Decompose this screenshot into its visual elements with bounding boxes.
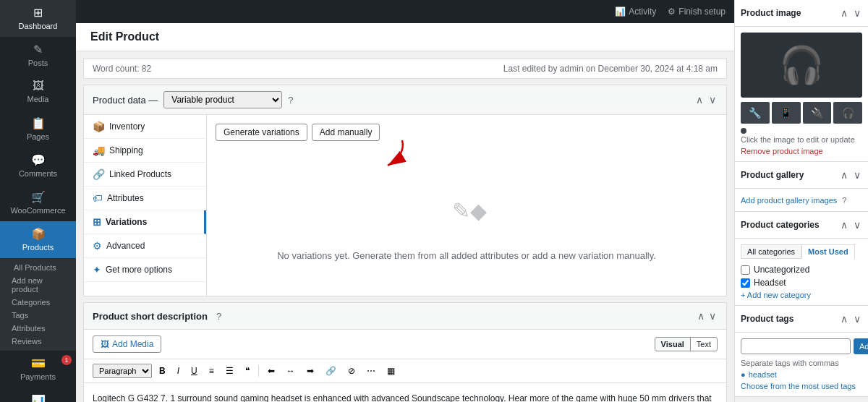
sidebar-item-all-products[interactable]: All Products <box>6 261 70 274</box>
align-center-button[interactable]: ↔ <box>282 364 299 378</box>
sidebar-item-analytics[interactable]: 📊 Analytics <box>0 388 76 403</box>
add-new-category-link[interactable]: + Add new category <box>741 291 862 299</box>
tag-label: headset <box>749 370 777 379</box>
visual-tab-button[interactable]: Visual <box>655 337 691 351</box>
thumb-1[interactable]: 🔧 <box>741 102 770 124</box>
add-media-button[interactable]: 🖼 Add Media <box>93 335 161 353</box>
tab-linked-products[interactable]: 🔗 Linked Products <box>84 163 206 187</box>
sidebar-item-pages[interactable]: 📋 Pages <box>0 111 76 147</box>
tags-add-button[interactable]: Add <box>854 338 868 354</box>
sidebar-item-products[interactable]: 📦 Products <box>0 221 76 258</box>
sidebar-item-comments[interactable]: 💬 Comments <box>0 147 76 184</box>
tab-inventory[interactable]: 📦 Inventory <box>84 115 206 139</box>
products-icon: 📦 <box>31 227 46 241</box>
shipping-icon: 🚚 <box>93 145 105 156</box>
remove-product-image-link[interactable]: Remove product image <box>741 147 862 155</box>
sidebar-item-tags[interactable]: Tags <box>6 309 70 322</box>
product-categories-collapse: ∧ ∨ <box>839 218 862 232</box>
editor-content[interactable]: Logitech G G432 7. 1 surround sound gami… <box>84 383 726 402</box>
category-uncategorized-checkbox[interactable] <box>741 265 750 275</box>
product-categories-collapse-down[interactable]: ∨ <box>852 218 862 232</box>
product-image-collapse-down[interactable]: ∨ <box>852 6 862 20</box>
product-data-label: Product data — <box>93 95 158 106</box>
tag-headset: ● headset <box>741 370 862 379</box>
unlink-button[interactable]: ⊘ <box>344 364 359 378</box>
product-main-image[interactable]: 🎧 <box>741 33 862 98</box>
thumb-2[interactable]: 📱 <box>772 102 801 124</box>
text-tab-button[interactable]: Text <box>690 337 718 351</box>
add-gallery-images-link[interactable]: Add product gallery images <box>741 196 839 205</box>
sidebar-item-media[interactable]: 🖼 Media <box>0 74 76 110</box>
thumb-3[interactable]: 🔌 <box>803 102 832 124</box>
product-gallery-collapse-down[interactable]: ∨ <box>852 168 862 182</box>
generate-variations-button[interactable]: Generate variations <box>216 124 307 141</box>
tab-get-more[interactable]: ✦ Get more options <box>84 258 206 282</box>
product-gallery-content: Add product gallery images ? <box>735 189 868 211</box>
color-dot-row <box>741 128 862 134</box>
sidebar-item-label: Media <box>27 95 49 104</box>
short-desc-collapse-up[interactable]: ∧ <box>696 309 706 323</box>
product-gallery-collapse-up[interactable]: ∧ <box>839 168 849 182</box>
gallery-help-icon: ? <box>842 196 846 205</box>
product-gallery-collapse: ∧ ∨ <box>839 168 862 182</box>
finish-setup-button[interactable]: ⚙ Finish setup <box>668 7 726 17</box>
no-variations-container: ✎◆ No variations yet. Generate them from… <box>277 193 656 261</box>
bold-button[interactable]: B <box>155 364 170 378</box>
collapse-down-button[interactable]: ∨ <box>707 93 718 107</box>
payments-badge: 1 <box>61 355 72 365</box>
sidebar-item-payments[interactable]: 💳 Payments 1 <box>0 351 76 388</box>
no-variations-icon: ✎◆ <box>277 193 656 236</box>
no-variations-text: No variations yet. Generate them from al… <box>277 250 656 261</box>
product-type-select[interactable]: Variable productSimple productGrouped pr… <box>163 91 282 108</box>
category-headset-checkbox[interactable] <box>741 278 750 288</box>
short-desc-collapse-controls: ∧ ∨ <box>696 309 718 323</box>
most-used-tab[interactable]: Most Used <box>801 244 855 259</box>
comments-icon: 💬 <box>31 153 46 167</box>
all-categories-tab[interactable]: All categories <box>741 244 801 259</box>
tab-advanced[interactable]: ⚙ Advanced <box>84 234 206 258</box>
underline-button[interactable]: U <box>187 364 202 378</box>
sidebar-item-woocommerce[interactable]: 🛒 WooCommerce <box>0 184 76 221</box>
tab-inventory-label: Inventory <box>109 121 145 132</box>
tag-bullet-icon: ● <box>741 370 746 379</box>
collapse-up-button[interactable]: ∧ <box>694 93 705 107</box>
product-image-collapse-up[interactable]: ∧ <box>839 6 849 20</box>
linked-products-icon: 🔗 <box>93 168 105 180</box>
sidebar-item-dashboard[interactable]: ⊞ Dashboard <box>0 0 76 37</box>
inventory-icon: 📦 <box>93 121 105 132</box>
tab-variations[interactable]: ⊞ Variations <box>84 210 206 234</box>
activity-label: Activity <box>629 7 656 17</box>
woocommerce-icon: 🛒 <box>31 190 46 204</box>
ordered-list-button[interactable]: ≡ <box>205 364 218 378</box>
tab-shipping[interactable]: 🚚 Shipping <box>84 139 206 163</box>
more-button[interactable]: ⋯ <box>362 364 380 378</box>
align-left-button[interactable]: ⬅ <box>263 364 279 378</box>
tab-attributes[interactable]: 🏷 Attributes <box>84 187 206 210</box>
product-tags-collapse-up[interactable]: ∧ <box>839 312 849 326</box>
product-categories-collapse-up[interactable]: ∧ <box>839 218 849 232</box>
activity-button[interactable]: 📊 Activity <box>615 7 656 17</box>
tags-input[interactable] <box>741 338 851 354</box>
sidebar-item-posts[interactable]: ✎ Posts <box>0 37 76 74</box>
unordered-list-button[interactable]: ☰ <box>221 364 238 378</box>
sidebar-item-categories[interactable]: Categories <box>6 296 70 309</box>
sidebar-item-reviews[interactable]: Reviews <box>6 335 70 348</box>
align-right-button[interactable]: ➡ <box>302 364 318 378</box>
short-desc-collapse-down[interactable]: ∨ <box>707 309 718 323</box>
product-tags-collapse-down[interactable]: ∨ <box>852 312 862 326</box>
choose-tags-link[interactable]: Choose from the most used tags <box>741 382 862 390</box>
sidebar-item-add-new-product[interactable]: Add new product <box>6 274 70 296</box>
sidebar-item-attributes[interactable]: Attributes <box>6 322 70 335</box>
link-button[interactable]: 🔗 <box>321 364 341 378</box>
tab-attributes-label: Attributes <box>107 193 144 203</box>
blockquote-button[interactable]: ❝ <box>241 364 254 378</box>
thumb-4[interactable]: 🎧 <box>833 102 862 124</box>
dashboard-icon: ⊞ <box>33 6 43 20</box>
toolbar-toggle-button[interactable]: ▦ <box>383 364 399 378</box>
left-sidebar: ⊞ Dashboard ✎ Posts 🖼 Media 📋 Pages 💬 Co… <box>0 0 76 402</box>
paragraph-format-select[interactable]: ParagraphHeading 1Heading 2Heading 3 <box>93 364 152 378</box>
pages-icon: 📋 <box>31 116 46 130</box>
italic-button[interactable]: I <box>173 364 184 378</box>
product-image-title: Product image <box>741 8 801 18</box>
sidebar-item-label: Dashboard <box>19 22 58 31</box>
